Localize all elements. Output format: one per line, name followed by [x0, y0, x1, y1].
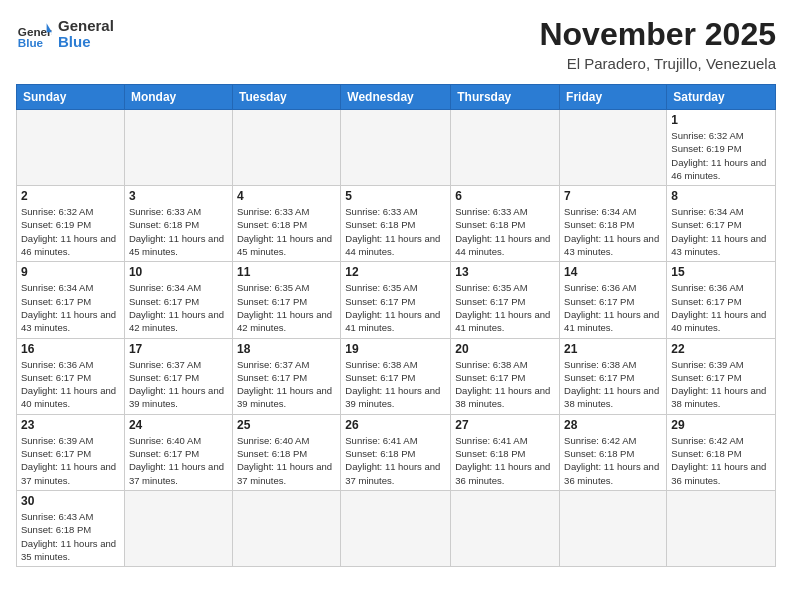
- empty-cell: [17, 110, 125, 186]
- day-5: 5 Sunrise: 6:33 AM Sunset: 6:18 PM Dayli…: [341, 186, 451, 262]
- calendar-row-6: 30 Sunrise: 6:43 AM Sunset: 6:18 PM Dayl…: [17, 490, 776, 566]
- header-saturday: Saturday: [667, 85, 776, 110]
- empty-cell: [124, 490, 232, 566]
- calendar-table: Sunday Monday Tuesday Wednesday Thursday…: [16, 84, 776, 567]
- day-7: 7 Sunrise: 6:34 AM Sunset: 6:18 PM Dayli…: [560, 186, 667, 262]
- calendar-row-5: 23 Sunrise: 6:39 AM Sunset: 6:17 PM Dayl…: [17, 414, 776, 490]
- day-9: 9 Sunrise: 6:34 AM Sunset: 6:17 PM Dayli…: [17, 262, 125, 338]
- day-10: 10 Sunrise: 6:34 AM Sunset: 6:17 PM Dayl…: [124, 262, 232, 338]
- empty-cell: [232, 490, 340, 566]
- header-wednesday: Wednesday: [341, 85, 451, 110]
- calendar-row-3: 9 Sunrise: 6:34 AM Sunset: 6:17 PM Dayli…: [17, 262, 776, 338]
- empty-cell: [124, 110, 232, 186]
- day-30: 30 Sunrise: 6:43 AM Sunset: 6:18 PM Dayl…: [17, 490, 125, 566]
- empty-cell: [560, 490, 667, 566]
- logo-icon: General Blue: [16, 16, 52, 52]
- day-27: 27 Sunrise: 6:41 AM Sunset: 6:18 PM Dayl…: [451, 414, 560, 490]
- empty-cell: [451, 110, 560, 186]
- header-friday: Friday: [560, 85, 667, 110]
- empty-cell: [341, 490, 451, 566]
- header-monday: Monday: [124, 85, 232, 110]
- day-28: 28 Sunrise: 6:42 AM Sunset: 6:18 PM Dayl…: [560, 414, 667, 490]
- day-20: 20 Sunrise: 6:38 AM Sunset: 6:17 PM Dayl…: [451, 338, 560, 414]
- day-18: 18 Sunrise: 6:37 AM Sunset: 6:17 PM Dayl…: [232, 338, 340, 414]
- header-thursday: Thursday: [451, 85, 560, 110]
- day-16: 16 Sunrise: 6:36 AM Sunset: 6:17 PM Dayl…: [17, 338, 125, 414]
- logo: General Blue General Blue: [16, 16, 114, 52]
- day-24: 24 Sunrise: 6:40 AM Sunset: 6:17 PM Dayl…: [124, 414, 232, 490]
- page-header: General Blue General Blue November 2025 …: [16, 16, 776, 72]
- logo-general: General: [58, 18, 114, 35]
- empty-cell: [232, 110, 340, 186]
- weekday-header-row: Sunday Monday Tuesday Wednesday Thursday…: [17, 85, 776, 110]
- day-3: 3 Sunrise: 6:33 AM Sunset: 6:18 PM Dayli…: [124, 186, 232, 262]
- calendar-row-1: 1 Sunrise: 6:32 AM Sunset: 6:19 PM Dayli…: [17, 110, 776, 186]
- day-1: 1 Sunrise: 6:32 AM Sunset: 6:19 PM Dayli…: [667, 110, 776, 186]
- day-11: 11 Sunrise: 6:35 AM Sunset: 6:17 PM Dayl…: [232, 262, 340, 338]
- day-2: 2 Sunrise: 6:32 AM Sunset: 6:19 PM Dayli…: [17, 186, 125, 262]
- day-29: 29 Sunrise: 6:42 AM Sunset: 6:18 PM Dayl…: [667, 414, 776, 490]
- calendar-row-2: 2 Sunrise: 6:32 AM Sunset: 6:19 PM Dayli…: [17, 186, 776, 262]
- month-title: November 2025: [539, 16, 776, 53]
- day-26: 26 Sunrise: 6:41 AM Sunset: 6:18 PM Dayl…: [341, 414, 451, 490]
- calendar-row-4: 16 Sunrise: 6:36 AM Sunset: 6:17 PM Dayl…: [17, 338, 776, 414]
- day-4: 4 Sunrise: 6:33 AM Sunset: 6:18 PM Dayli…: [232, 186, 340, 262]
- day-17: 17 Sunrise: 6:37 AM Sunset: 6:17 PM Dayl…: [124, 338, 232, 414]
- day-22: 22 Sunrise: 6:39 AM Sunset: 6:17 PM Dayl…: [667, 338, 776, 414]
- empty-cell: [451, 490, 560, 566]
- empty-cell: [341, 110, 451, 186]
- day-12: 12 Sunrise: 6:35 AM Sunset: 6:17 PM Dayl…: [341, 262, 451, 338]
- title-block: November 2025 El Paradero, Trujillo, Ven…: [539, 16, 776, 72]
- header-sunday: Sunday: [17, 85, 125, 110]
- day-21: 21 Sunrise: 6:38 AM Sunset: 6:17 PM Dayl…: [560, 338, 667, 414]
- logo-blue: Blue: [58, 34, 114, 51]
- day-23: 23 Sunrise: 6:39 AM Sunset: 6:17 PM Dayl…: [17, 414, 125, 490]
- day-8: 8 Sunrise: 6:34 AM Sunset: 6:17 PM Dayli…: [667, 186, 776, 262]
- day-6: 6 Sunrise: 6:33 AM Sunset: 6:18 PM Dayli…: [451, 186, 560, 262]
- day-15: 15 Sunrise: 6:36 AM Sunset: 6:17 PM Dayl…: [667, 262, 776, 338]
- day-25: 25 Sunrise: 6:40 AM Sunset: 6:18 PM Dayl…: [232, 414, 340, 490]
- day-13: 13 Sunrise: 6:35 AM Sunset: 6:17 PM Dayl…: [451, 262, 560, 338]
- header-tuesday: Tuesday: [232, 85, 340, 110]
- svg-text:Blue: Blue: [18, 36, 44, 49]
- day-19: 19 Sunrise: 6:38 AM Sunset: 6:17 PM Dayl…: [341, 338, 451, 414]
- empty-cell: [667, 490, 776, 566]
- location-subtitle: El Paradero, Trujillo, Venezuela: [539, 55, 776, 72]
- empty-cell: [560, 110, 667, 186]
- day-14: 14 Sunrise: 6:36 AM Sunset: 6:17 PM Dayl…: [560, 262, 667, 338]
